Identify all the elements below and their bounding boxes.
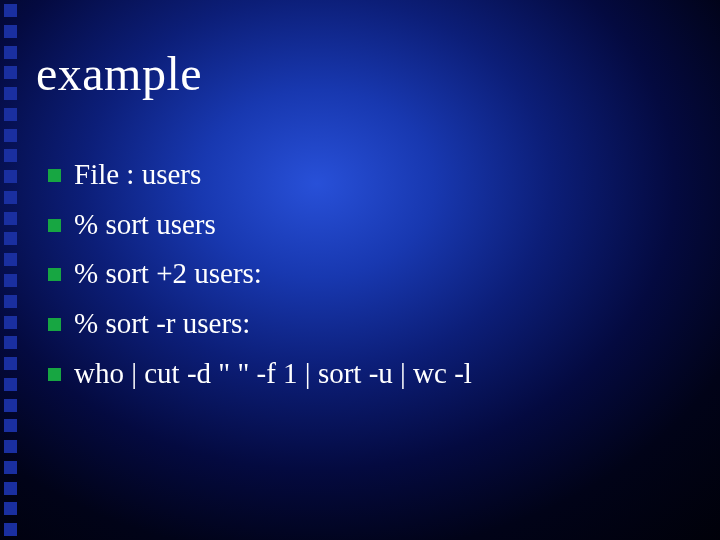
square-bullet-icon bbox=[48, 219, 61, 232]
list-item-text: % sort -r users: bbox=[74, 305, 680, 343]
square-bullet-icon bbox=[48, 318, 61, 331]
left-decorative-dots bbox=[0, 0, 22, 540]
list-item: who | cut -d " " -f 1 | sort -u | wc -l bbox=[48, 355, 680, 393]
list-item: File : users bbox=[48, 156, 680, 194]
slide: example File : users % sort users % sort… bbox=[0, 0, 720, 540]
square-bullet-icon bbox=[48, 368, 61, 381]
list-item-text: % sort users bbox=[74, 206, 680, 244]
list-item: % sort +2 users: bbox=[48, 255, 680, 293]
list-item-text: % sort +2 users: bbox=[74, 255, 680, 293]
slide-body: File : users % sort users % sort +2 user… bbox=[48, 156, 680, 404]
slide-title: example bbox=[36, 46, 202, 101]
square-bullet-icon bbox=[48, 268, 61, 281]
square-bullet-icon bbox=[48, 169, 61, 182]
list-item-text: who | cut -d " " -f 1 | sort -u | wc -l bbox=[74, 355, 680, 393]
list-item: % sort users bbox=[48, 206, 680, 244]
list-item-text: File : users bbox=[74, 156, 680, 194]
list-item: % sort -r users: bbox=[48, 305, 680, 343]
